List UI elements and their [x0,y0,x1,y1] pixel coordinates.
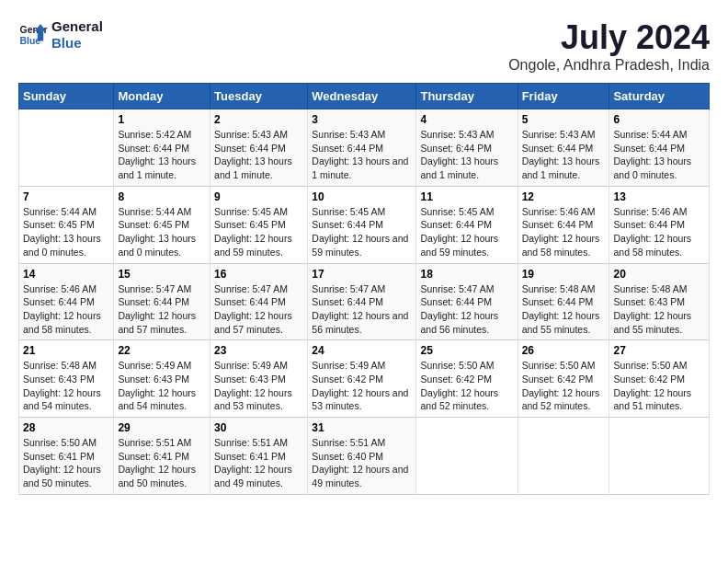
day-number: 17 [312,268,412,281]
main-title: July 2024 [508,18,710,57]
week-row-1: 1 Sunrise: 5:42 AMSunset: 6:44 PMDayligh… [19,109,710,187]
day-number: 26 [522,344,606,357]
cell-info: Sunrise: 5:42 AMSunset: 6:44 PMDaylight:… [118,129,196,180]
cell-1-7: 6 Sunrise: 5:44 AMSunset: 6:44 PMDayligh… [609,109,710,187]
cell-info: Sunrise: 5:47 AMSunset: 6:44 PMDaylight:… [214,283,292,335]
cell-info: Sunrise: 5:44 AMSunset: 6:45 PMDaylight:… [23,206,101,258]
day-number: 4 [420,113,513,126]
cell-info: Sunrise: 5:47 AMSunset: 6:44 PMDaylight:… [420,283,498,335]
cell-info: Sunrise: 5:49 AMSunset: 6:42 PMDaylight:… [312,360,408,411]
title-section: July 2024 Ongole, Andhra Pradesh, India [508,18,710,74]
cell-5-2: 29 Sunrise: 5:51 AMSunset: 6:41 PMDaylig… [114,418,210,495]
cell-5-6 [518,418,609,495]
day-number: 2 [214,113,303,126]
cell-info: Sunrise: 5:43 AMSunset: 6:44 PMDaylight:… [312,129,408,180]
cell-info: Sunrise: 5:49 AMSunset: 6:43 PMDaylight:… [214,360,292,411]
cell-info: Sunrise: 5:43 AMSunset: 6:44 PMDaylight:… [420,129,498,180]
cell-5-7 [609,418,710,495]
week-row-3: 14 Sunrise: 5:46 AMSunset: 6:44 PMDaylig… [19,263,710,340]
day-number: 23 [214,344,303,357]
day-number: 27 [613,344,705,357]
subtitle: Ongole, Andhra Pradesh, India [508,57,710,74]
cell-info: Sunrise: 5:51 AMSunset: 6:40 PMDaylight:… [312,437,408,488]
cell-5-5 [416,418,518,495]
cell-info: Sunrise: 5:43 AMSunset: 6:44 PMDaylight:… [214,129,292,180]
cell-info: Sunrise: 5:51 AMSunset: 6:41 PMDaylight:… [214,437,292,488]
day-number: 29 [118,421,206,434]
col-header-monday: Monday [114,84,210,109]
cell-3-5: 18 Sunrise: 5:47 AMSunset: 6:44 PMDaylig… [416,263,518,340]
cell-3-3: 16 Sunrise: 5:47 AMSunset: 6:44 PMDaylig… [210,263,308,340]
day-number: 30 [214,421,303,434]
cell-2-4: 10 Sunrise: 5:45 AMSunset: 6:44 PMDaylig… [308,186,416,263]
day-number: 5 [522,113,606,126]
day-number: 1 [118,113,206,126]
cell-1-3: 2 Sunrise: 5:43 AMSunset: 6:44 PMDayligh… [210,109,308,187]
col-header-thursday: Thursday [416,84,518,109]
day-number: 7 [23,190,109,203]
cell-2-2: 8 Sunrise: 5:44 AMSunset: 6:45 PMDayligh… [114,186,210,263]
day-number: 31 [312,421,412,434]
day-number: 11 [420,190,513,203]
cell-info: Sunrise: 5:50 AMSunset: 6:41 PMDaylight:… [23,437,101,488]
calendar-table: SundayMondayTuesdayWednesdayThursdayFrid… [18,83,710,495]
cell-info: Sunrise: 5:44 AMSunset: 6:45 PMDaylight:… [118,206,196,258]
cell-4-3: 23 Sunrise: 5:49 AMSunset: 6:43 PMDaylig… [210,340,308,418]
cell-5-3: 30 Sunrise: 5:51 AMSunset: 6:41 PMDaylig… [210,418,308,495]
day-number: 10 [312,190,412,203]
logo-general: General [51,18,103,35]
day-number: 12 [522,190,606,203]
day-number: 16 [214,268,303,281]
cell-2-7: 13 Sunrise: 5:46 AMSunset: 6:44 PMDaylig… [609,186,710,263]
cell-3-6: 19 Sunrise: 5:48 AMSunset: 6:44 PMDaylig… [518,263,609,340]
cell-3-2: 15 Sunrise: 5:47 AMSunset: 6:44 PMDaylig… [114,263,210,340]
day-number: 8 [118,190,206,203]
col-header-saturday: Saturday [609,84,710,109]
cell-3-4: 17 Sunrise: 5:47 AMSunset: 6:44 PMDaylig… [308,263,416,340]
cell-1-1 [19,109,114,187]
col-header-sunday: Sunday [19,84,114,109]
cell-info: Sunrise: 5:43 AMSunset: 6:44 PMDaylight:… [522,129,600,180]
cell-info: Sunrise: 5:50 AMSunset: 6:42 PMDaylight:… [522,360,600,411]
cell-4-6: 26 Sunrise: 5:50 AMSunset: 6:42 PMDaylig… [518,340,609,418]
day-number: 25 [420,344,513,357]
cell-4-1: 21 Sunrise: 5:48 AMSunset: 6:43 PMDaylig… [19,340,114,418]
day-number: 13 [613,190,705,203]
cell-info: Sunrise: 5:44 AMSunset: 6:44 PMDaylight:… [613,129,691,180]
cell-4-2: 22 Sunrise: 5:49 AMSunset: 6:43 PMDaylig… [114,340,210,418]
day-number: 14 [23,268,109,281]
cell-2-5: 11 Sunrise: 5:45 AMSunset: 6:44 PMDaylig… [416,186,518,263]
cell-info: Sunrise: 5:46 AMSunset: 6:44 PMDaylight:… [613,206,691,258]
col-header-wednesday: Wednesday [308,84,416,109]
day-number: 20 [613,268,705,281]
week-row-5: 28 Sunrise: 5:50 AMSunset: 6:41 PMDaylig… [19,418,710,495]
cell-1-5: 4 Sunrise: 5:43 AMSunset: 6:44 PMDayligh… [416,109,518,187]
header: General Blue General Blue July 2024 Ongo… [18,18,710,74]
cell-info: Sunrise: 5:45 AMSunset: 6:44 PMDaylight:… [312,206,408,258]
week-row-4: 21 Sunrise: 5:48 AMSunset: 6:43 PMDaylig… [19,340,710,418]
cell-info: Sunrise: 5:50 AMSunset: 6:42 PMDaylight:… [613,360,691,411]
cell-4-5: 25 Sunrise: 5:50 AMSunset: 6:42 PMDaylig… [416,340,518,418]
cell-info: Sunrise: 5:48 AMSunset: 6:43 PMDaylight:… [613,283,691,335]
day-number: 6 [613,113,705,126]
day-number: 22 [118,344,206,357]
logo-icon: General Blue [18,20,48,50]
cell-2-6: 12 Sunrise: 5:46 AMSunset: 6:44 PMDaylig… [518,186,609,263]
cell-2-1: 7 Sunrise: 5:44 AMSunset: 6:45 PMDayligh… [19,186,114,263]
header-row: SundayMondayTuesdayWednesdayThursdayFrid… [19,84,710,109]
cell-info: Sunrise: 5:46 AMSunset: 6:44 PMDaylight:… [23,283,101,335]
cell-1-4: 3 Sunrise: 5:43 AMSunset: 6:44 PMDayligh… [308,109,416,187]
cell-info: Sunrise: 5:49 AMSunset: 6:43 PMDaylight:… [118,360,196,411]
cell-info: Sunrise: 5:47 AMSunset: 6:44 PMDaylight:… [312,283,408,335]
cell-3-7: 20 Sunrise: 5:48 AMSunset: 6:43 PMDaylig… [609,263,710,340]
cell-5-1: 28 Sunrise: 5:50 AMSunset: 6:41 PMDaylig… [19,418,114,495]
logo-blue: Blue [51,35,103,52]
cell-1-2: 1 Sunrise: 5:42 AMSunset: 6:44 PMDayligh… [114,109,210,187]
cell-4-7: 27 Sunrise: 5:50 AMSunset: 6:42 PMDaylig… [609,340,710,418]
cell-info: Sunrise: 5:47 AMSunset: 6:44 PMDaylight:… [118,283,196,335]
cell-5-4: 31 Sunrise: 5:51 AMSunset: 6:40 PMDaylig… [308,418,416,495]
day-number: 24 [312,344,412,357]
cell-info: Sunrise: 5:45 AMSunset: 6:44 PMDaylight:… [420,206,498,258]
cell-2-3: 9 Sunrise: 5:45 AMSunset: 6:45 PMDayligh… [210,186,308,263]
cell-info: Sunrise: 5:50 AMSunset: 6:42 PMDaylight:… [420,360,498,411]
